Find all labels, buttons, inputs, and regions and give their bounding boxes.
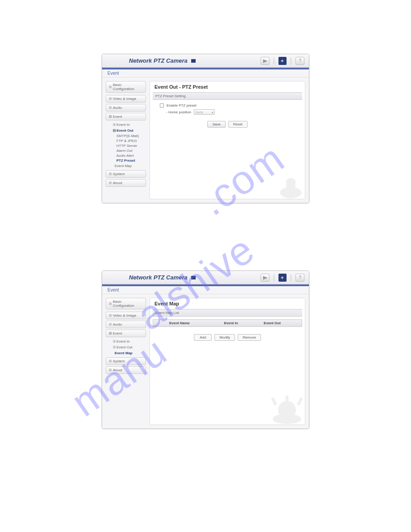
sidebar-item-basic-config[interactable]: ⊞Basic Configuration	[106, 81, 146, 93]
play-icon: ◗▸	[263, 59, 267, 63]
sidebar-item-label: Event	[113, 115, 122, 119]
separator: |	[290, 274, 292, 282]
sidebar-item-event-out[interactable]: ⊟ Event Out	[106, 128, 146, 133]
breadcrumb: Event	[102, 69, 309, 77]
sidebar-item-event-in[interactable]: ⊞ Event In	[106, 339, 146, 344]
chevron-down-icon: ▾	[212, 111, 213, 114]
svg-point-0	[280, 187, 301, 198]
sidebar-item-label: Audio	[113, 106, 122, 110]
col-event-name: Event Name	[166, 321, 210, 325]
sidebar-item-label: Event Out	[116, 345, 133, 349]
gear-icon: ⌖	[281, 275, 284, 281]
expand-icon: ⊞	[113, 123, 116, 127]
enable-checkbox[interactable]	[160, 103, 164, 107]
header-bar: Network PTZ Camera ◗▸ | ⌖ | ?	[102, 54, 309, 68]
sidebar-item-label: Video & Image	[113, 97, 136, 101]
sidebar-item-alarm[interactable]: Alarm Out	[106, 148, 146, 153]
sidebar-item-label: System	[113, 359, 125, 363]
svg-point-2	[278, 401, 296, 419]
sidebar-item-smtp[interactable]: SMTP(E-Mail)	[106, 133, 146, 138]
svg-rect-4	[297, 397, 303, 406]
expand-icon: ⊞	[109, 97, 111, 101]
sidebar-item-audio-alert[interactable]: Audio Alert	[106, 153, 146, 158]
sidebar-item-audio[interactable]: ⊞Audio	[106, 104, 146, 112]
expand-icon: ⊞	[113, 339, 116, 343]
expand-icon: ⊞	[109, 322, 111, 326]
sidebar-item-event-out[interactable]: ⊞ Event Out	[106, 344, 146, 350]
sidebar-item-label: Event In	[116, 339, 129, 343]
modify-button[interactable]: Modify	[214, 334, 235, 341]
sidebar-item-system[interactable]: ⊞System	[106, 357, 146, 365]
live-button[interactable]: ◗▸	[261, 57, 270, 65]
save-button[interactable]: Save	[207, 121, 225, 128]
sidebar-item-event-map[interactable]: Event Map	[106, 163, 146, 169]
sidebar-item-basic-config[interactable]: ⊞Basic Configuration	[106, 298, 146, 309]
page-title: Event Out - PTZ Preset	[154, 84, 300, 90]
home-position-select[interactable]: None ▾	[194, 109, 214, 115]
sidebar-item-video-image[interactable]: ⊞Video & Image	[106, 312, 146, 319]
sidebar-item-label: Event	[113, 331, 122, 335]
expand-icon: ⊞	[109, 181, 111, 185]
svg-rect-5	[286, 396, 288, 403]
live-button[interactable]: ◗▸	[261, 274, 270, 282]
expand-icon: ⊞	[109, 359, 111, 363]
sidebar-item-about[interactable]: ⊞About	[106, 366, 146, 374]
content-pane: Event Map Event Map List Event Name Even…	[150, 298, 305, 425]
sidebar-item-label: Video & Image	[113, 313, 136, 317]
sidebar-item-label: Basic Configuration	[113, 300, 144, 308]
separator: |	[273, 57, 275, 65]
expand-icon: ⊞	[109, 85, 111, 89]
collapse-icon: ⊟	[109, 331, 111, 335]
reset-button[interactable]: Reset	[228, 121, 248, 128]
sidebar-item-about[interactable]: ⊞About	[106, 179, 146, 187]
sidebar-item-ptz-preset[interactable]: PTZ Preset	[106, 158, 146, 163]
app-title: Network PTZ Camera	[129, 57, 188, 64]
collapse-icon: ⊟	[113, 129, 116, 133]
breadcrumb: Event	[102, 286, 309, 294]
sidebar-item-label: System	[113, 172, 125, 176]
sidebar-item-http[interactable]: HTTP Server	[106, 143, 146, 148]
select-value: None	[196, 111, 203, 114]
svg-rect-3	[271, 397, 277, 406]
help-icon: ?	[299, 59, 301, 63]
app-window-event-map: Network PTZ Camera ◗▸ | ⌖ | ? Event ⊞Bas…	[102, 270, 309, 429]
help-button[interactable]: ?	[295, 57, 304, 65]
table-header-row: Event Name Event In Event Out	[153, 319, 302, 327]
play-icon: ◗▸	[263, 275, 267, 280]
col-event-in: Event In	[210, 321, 252, 325]
config-button[interactable]: ⌖	[278, 57, 287, 65]
remove-button[interactable]: Remove	[238, 334, 261, 341]
app-window-ptz-preset: Network PTZ Camera ◗▸ | ⌖ | ? Event ⊞Bas…	[102, 54, 309, 203]
sidebar-item-label: Event In	[116, 123, 129, 127]
sidebar-item-system[interactable]: ⊞System	[106, 170, 146, 178]
config-button[interactable]: ⌖	[278, 274, 287, 282]
sidebar-item-event[interactable]: ⊟Event	[106, 330, 146, 337]
expand-icon: ⊞	[109, 302, 111, 306]
header-bar: Network PTZ Camera ◗▸ | ⌖ | ?	[102, 271, 309, 284]
camera-ghost-icon	[269, 395, 305, 425]
sidebar-item-ftp[interactable]: FTP & JPEG	[106, 138, 146, 143]
expand-icon: ⊞	[109, 313, 111, 317]
sidebar-item-video-image[interactable]: ⊞Video & Image	[106, 95, 146, 103]
logo-square-icon	[191, 276, 196, 279]
page-title: Event Map	[154, 301, 300, 307]
add-button[interactable]: Add	[194, 334, 212, 341]
section-header: Event Map List	[153, 309, 302, 317]
sidebar-item-event[interactable]: ⊟Event	[106, 113, 146, 120]
sidebar-item-event-map[interactable]: Event Map	[106, 350, 146, 356]
sidebar-item-label: About	[113, 181, 122, 185]
sidebar-item-label: About	[113, 368, 122, 372]
sidebar-item-label: Audio	[113, 322, 122, 326]
section-header: PTZ Preset Setting	[153, 92, 302, 100]
expand-icon: ⊞	[109, 368, 111, 372]
collapse-icon: ⊟	[109, 115, 111, 119]
expand-icon: ⊞	[109, 106, 111, 110]
sidebar-item-event-in[interactable]: ⊞ Event In	[106, 122, 146, 128]
svg-point-1	[273, 414, 301, 424]
sidebar-item-label: Event Out	[116, 129, 133, 133]
separator: |	[290, 57, 292, 65]
sidebar: ⊞Basic Configuration ⊞Video & Image ⊞Aud…	[106, 298, 146, 425]
sidebar-item-audio[interactable]: ⊞Audio	[106, 321, 146, 328]
home-position-label: - Home position	[166, 110, 191, 114]
help-button[interactable]: ?	[295, 274, 304, 282]
